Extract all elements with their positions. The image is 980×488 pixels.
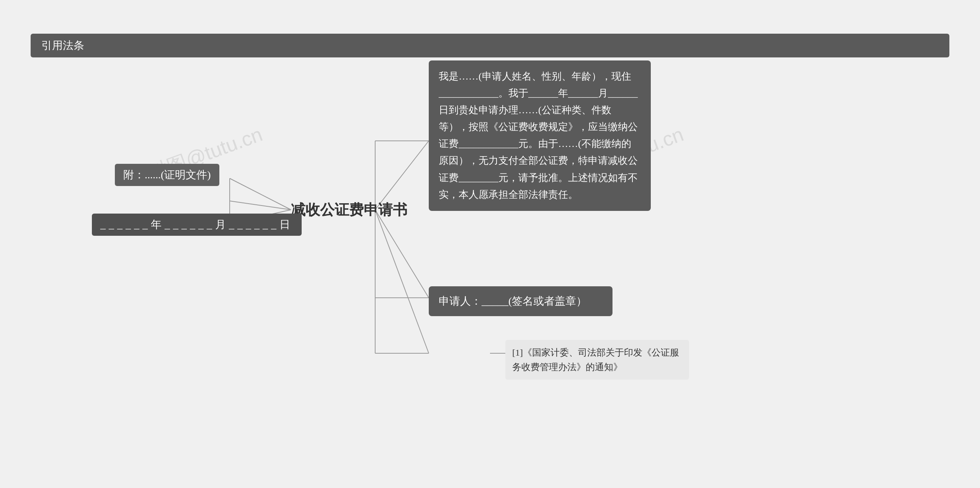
mind-map: 树图@tutu.cn 树图@tutu.cn 减收公证费申请书 附：......(…	[31, 34, 949, 455]
applicant-node: 申请人：_____(签名或者盖章）	[429, 286, 612, 316]
svg-line-0	[230, 178, 291, 210]
svg-line-4	[375, 141, 429, 210]
attachment-node: 附：......(证明文件)	[115, 164, 219, 186]
legal-ref-content-node: [1]《国家计委、司法部关于印发《公证服务收费管理办法》的通知》	[505, 340, 689, 380]
svg-line-5	[375, 210, 429, 298]
date-node: ______年______月______日	[92, 214, 302, 236]
svg-line-6	[375, 210, 429, 353]
central-node: 减收公证费申请书	[291, 200, 407, 219]
legal-ref-label-node: 引用法条	[31, 34, 949, 57]
main-text-node: 我是……(申请人姓名、性别、年龄），现住____________。我于_____…	[429, 60, 651, 211]
svg-line-3	[230, 201, 291, 210]
